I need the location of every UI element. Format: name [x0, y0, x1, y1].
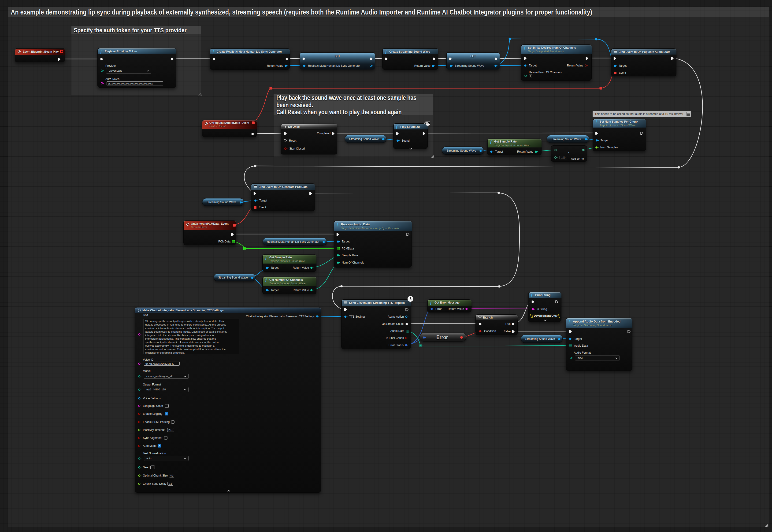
svg-text:1: 1: [284, 125, 284, 127]
